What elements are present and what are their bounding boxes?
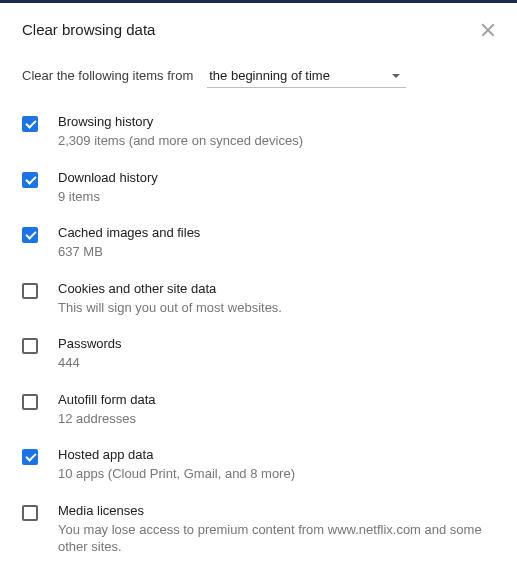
dialog-title: Clear browsing data	[22, 21, 155, 38]
item-text: Passwords444	[58, 336, 122, 372]
list-item: Cached images and files637 MB	[22, 225, 495, 261]
list-item: Passwords444	[22, 336, 495, 372]
item-text: Browsing history2,309 items (and more on…	[58, 114, 303, 150]
checkbox[interactable]	[22, 394, 38, 410]
item-label: Cached images and files	[58, 225, 200, 240]
item-desc: 637 MB	[58, 243, 200, 261]
list-item: Hosted app data10 apps (Cloud Print, Gma…	[22, 447, 495, 483]
timeframe-selected: the beginning of time	[209, 68, 330, 83]
list-item: Media licensesYou may lose access to pre…	[22, 503, 495, 556]
list-item: Download history9 items	[22, 170, 495, 206]
item-desc: 10 apps (Cloud Print, Gmail, and 8 more)	[58, 465, 295, 483]
item-label: Autofill form data	[58, 392, 156, 407]
item-text: Cached images and files637 MB	[58, 225, 200, 261]
list-item: Browsing history2,309 items (and more on…	[22, 114, 495, 150]
close-icon[interactable]	[481, 23, 495, 37]
list-item: Autofill form data12 addresses	[22, 392, 495, 428]
item-label: Cookies and other site data	[58, 281, 282, 296]
checkbox[interactable]	[22, 505, 38, 521]
timeframe-label: Clear the following items from	[22, 68, 193, 83]
checkbox[interactable]	[22, 227, 38, 243]
item-desc: 9 items	[58, 188, 158, 206]
item-text: Cookies and other site dataThis will sig…	[58, 281, 282, 317]
item-text: Media licensesYou may lose access to pre…	[58, 503, 495, 556]
item-text: Hosted app data10 apps (Cloud Print, Gma…	[58, 447, 295, 483]
items-list: Browsing history2,309 items (and more on…	[22, 114, 495, 570]
checkbox[interactable]	[22, 116, 38, 132]
item-label: Hosted app data	[58, 447, 295, 462]
item-label: Browsing history	[58, 114, 303, 129]
item-desc: This will sign you out of most websites.	[58, 299, 282, 317]
item-desc: 12 addresses	[58, 410, 156, 428]
checkbox[interactable]	[22, 338, 38, 354]
item-label: Media licenses	[58, 503, 495, 518]
list-item: Cookies and other site dataThis will sig…	[22, 281, 495, 317]
item-text: Autofill form data12 addresses	[58, 392, 156, 428]
item-desc: You may lose access to premium content f…	[58, 521, 495, 556]
item-desc: 444	[58, 354, 122, 372]
checkbox[interactable]	[22, 283, 38, 299]
clear-browsing-data-dialog: Clear browsing data Clear the following …	[0, 3, 517, 570]
timeframe-dropdown[interactable]: the beginning of time	[207, 64, 406, 88]
item-label: Download history	[58, 170, 158, 185]
dialog-header: Clear browsing data	[22, 21, 495, 38]
item-text: Download history9 items	[58, 170, 158, 206]
checkbox[interactable]	[22, 449, 38, 465]
chevron-down-icon	[392, 74, 400, 78]
item-label: Passwords	[58, 336, 122, 351]
item-desc: 2,309 items (and more on synced devices)	[58, 132, 303, 150]
timeframe-row: Clear the following items from the begin…	[22, 64, 495, 88]
checkbox[interactable]	[22, 172, 38, 188]
